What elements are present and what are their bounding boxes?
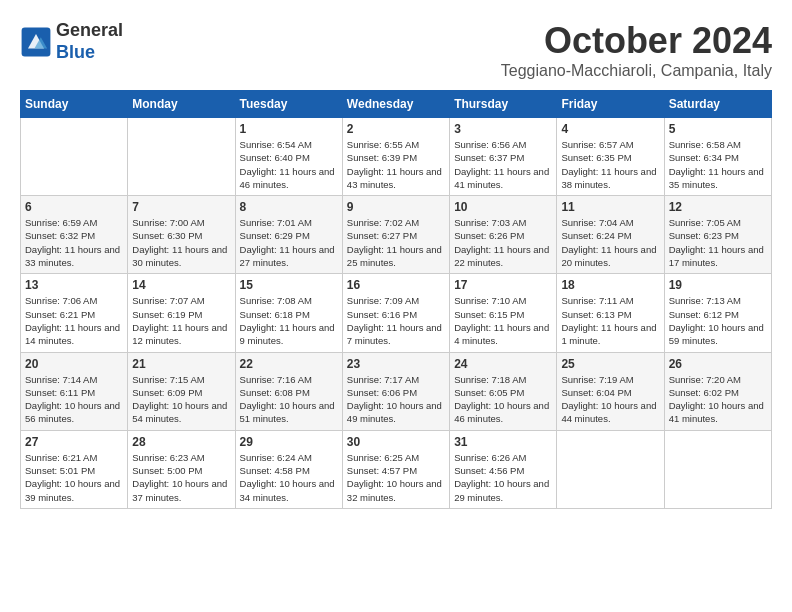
calendar-cell — [21, 118, 128, 196]
day-number: 18 — [561, 278, 659, 292]
day-info: Sunrise: 7:18 AM Sunset: 6:05 PM Dayligh… — [454, 373, 552, 426]
calendar-header-friday: Friday — [557, 91, 664, 118]
day-number: 14 — [132, 278, 230, 292]
calendar-cell: 26Sunrise: 7:20 AM Sunset: 6:02 PM Dayli… — [664, 352, 771, 430]
day-info: Sunrise: 7:05 AM Sunset: 6:23 PM Dayligh… — [669, 216, 767, 269]
day-number: 4 — [561, 122, 659, 136]
calendar-week-1: 1Sunrise: 6:54 AM Sunset: 6:40 PM Daylig… — [21, 118, 772, 196]
day-info: Sunrise: 6:54 AM Sunset: 6:40 PM Dayligh… — [240, 138, 338, 191]
calendar-cell — [664, 430, 771, 508]
day-info: Sunrise: 6:23 AM Sunset: 5:00 PM Dayligh… — [132, 451, 230, 504]
calendar-header-row: SundayMondayTuesdayWednesdayThursdayFrid… — [21, 91, 772, 118]
day-info: Sunrise: 7:07 AM Sunset: 6:19 PM Dayligh… — [132, 294, 230, 347]
day-number: 20 — [25, 357, 123, 371]
calendar-cell: 22Sunrise: 7:16 AM Sunset: 6:08 PM Dayli… — [235, 352, 342, 430]
day-info: Sunrise: 6:55 AM Sunset: 6:39 PM Dayligh… — [347, 138, 445, 191]
calendar-cell: 7Sunrise: 7:00 AM Sunset: 6:30 PM Daylig… — [128, 196, 235, 274]
calendar-cell: 8Sunrise: 7:01 AM Sunset: 6:29 PM Daylig… — [235, 196, 342, 274]
logo-icon — [20, 26, 52, 58]
day-number: 9 — [347, 200, 445, 214]
day-info: Sunrise: 7:01 AM Sunset: 6:29 PM Dayligh… — [240, 216, 338, 269]
day-info: Sunrise: 7:16 AM Sunset: 6:08 PM Dayligh… — [240, 373, 338, 426]
day-number: 23 — [347, 357, 445, 371]
day-info: Sunrise: 7:17 AM Sunset: 6:06 PM Dayligh… — [347, 373, 445, 426]
calendar-cell: 17Sunrise: 7:10 AM Sunset: 6:15 PM Dayli… — [450, 274, 557, 352]
day-number: 5 — [669, 122, 767, 136]
month-title: October 2024 — [501, 20, 772, 62]
day-number: 31 — [454, 435, 552, 449]
day-info: Sunrise: 7:09 AM Sunset: 6:16 PM Dayligh… — [347, 294, 445, 347]
day-info: Sunrise: 7:15 AM Sunset: 6:09 PM Dayligh… — [132, 373, 230, 426]
day-number: 26 — [669, 357, 767, 371]
calendar-week-5: 27Sunrise: 6:21 AM Sunset: 5:01 PM Dayli… — [21, 430, 772, 508]
calendar-header-saturday: Saturday — [664, 91, 771, 118]
day-number: 8 — [240, 200, 338, 214]
day-info: Sunrise: 6:21 AM Sunset: 5:01 PM Dayligh… — [25, 451, 123, 504]
day-number: 22 — [240, 357, 338, 371]
day-number: 1 — [240, 122, 338, 136]
calendar-cell: 6Sunrise: 6:59 AM Sunset: 6:32 PM Daylig… — [21, 196, 128, 274]
calendar-header-wednesday: Wednesday — [342, 91, 449, 118]
calendar-table: SundayMondayTuesdayWednesdayThursdayFrid… — [20, 90, 772, 509]
calendar-cell: 21Sunrise: 7:15 AM Sunset: 6:09 PM Dayli… — [128, 352, 235, 430]
logo-line2: Blue — [56, 42, 123, 64]
day-info: Sunrise: 6:59 AM Sunset: 6:32 PM Dayligh… — [25, 216, 123, 269]
calendar-cell: 31Sunrise: 6:26 AM Sunset: 4:56 PM Dayli… — [450, 430, 557, 508]
calendar-cell: 12Sunrise: 7:05 AM Sunset: 6:23 PM Dayli… — [664, 196, 771, 274]
calendar-cell: 1Sunrise: 6:54 AM Sunset: 6:40 PM Daylig… — [235, 118, 342, 196]
calendar-cell: 18Sunrise: 7:11 AM Sunset: 6:13 PM Dayli… — [557, 274, 664, 352]
calendar-cell: 16Sunrise: 7:09 AM Sunset: 6:16 PM Dayli… — [342, 274, 449, 352]
day-info: Sunrise: 6:57 AM Sunset: 6:35 PM Dayligh… — [561, 138, 659, 191]
day-number: 3 — [454, 122, 552, 136]
calendar-cell: 29Sunrise: 6:24 AM Sunset: 4:58 PM Dayli… — [235, 430, 342, 508]
day-info: Sunrise: 6:58 AM Sunset: 6:34 PM Dayligh… — [669, 138, 767, 191]
logo-line1: General — [56, 20, 123, 42]
calendar-cell: 3Sunrise: 6:56 AM Sunset: 6:37 PM Daylig… — [450, 118, 557, 196]
day-number: 2 — [347, 122, 445, 136]
day-info: Sunrise: 7:08 AM Sunset: 6:18 PM Dayligh… — [240, 294, 338, 347]
day-number: 21 — [132, 357, 230, 371]
calendar-week-2: 6Sunrise: 6:59 AM Sunset: 6:32 PM Daylig… — [21, 196, 772, 274]
calendar-cell: 10Sunrise: 7:03 AM Sunset: 6:26 PM Dayli… — [450, 196, 557, 274]
calendar-cell: 14Sunrise: 7:07 AM Sunset: 6:19 PM Dayli… — [128, 274, 235, 352]
calendar-cell: 15Sunrise: 7:08 AM Sunset: 6:18 PM Dayli… — [235, 274, 342, 352]
day-number: 15 — [240, 278, 338, 292]
calendar-cell — [557, 430, 664, 508]
day-number: 30 — [347, 435, 445, 449]
calendar-cell: 9Sunrise: 7:02 AM Sunset: 6:27 PM Daylig… — [342, 196, 449, 274]
day-info: Sunrise: 6:25 AM Sunset: 4:57 PM Dayligh… — [347, 451, 445, 504]
calendar-cell: 13Sunrise: 7:06 AM Sunset: 6:21 PM Dayli… — [21, 274, 128, 352]
day-number: 11 — [561, 200, 659, 214]
calendar-header-tuesday: Tuesday — [235, 91, 342, 118]
title-section: October 2024 Teggiano-Macchiaroli, Campa… — [501, 20, 772, 80]
day-number: 29 — [240, 435, 338, 449]
day-info: Sunrise: 7:11 AM Sunset: 6:13 PM Dayligh… — [561, 294, 659, 347]
day-number: 13 — [25, 278, 123, 292]
day-info: Sunrise: 7:03 AM Sunset: 6:26 PM Dayligh… — [454, 216, 552, 269]
calendar-week-3: 13Sunrise: 7:06 AM Sunset: 6:21 PM Dayli… — [21, 274, 772, 352]
calendar-cell: 4Sunrise: 6:57 AM Sunset: 6:35 PM Daylig… — [557, 118, 664, 196]
calendar-header-sunday: Sunday — [21, 91, 128, 118]
day-info: Sunrise: 7:14 AM Sunset: 6:11 PM Dayligh… — [25, 373, 123, 426]
calendar-cell: 19Sunrise: 7:13 AM Sunset: 6:12 PM Dayli… — [664, 274, 771, 352]
day-info: Sunrise: 6:26 AM Sunset: 4:56 PM Dayligh… — [454, 451, 552, 504]
day-number: 27 — [25, 435, 123, 449]
calendar-cell: 25Sunrise: 7:19 AM Sunset: 6:04 PM Dayli… — [557, 352, 664, 430]
day-info: Sunrise: 7:10 AM Sunset: 6:15 PM Dayligh… — [454, 294, 552, 347]
calendar-cell: 20Sunrise: 7:14 AM Sunset: 6:11 PM Dayli… — [21, 352, 128, 430]
day-info: Sunrise: 7:19 AM Sunset: 6:04 PM Dayligh… — [561, 373, 659, 426]
logo: General Blue — [20, 20, 123, 63]
day-info: Sunrise: 7:20 AM Sunset: 6:02 PM Dayligh… — [669, 373, 767, 426]
calendar-cell: 27Sunrise: 6:21 AM Sunset: 5:01 PM Dayli… — [21, 430, 128, 508]
day-number: 19 — [669, 278, 767, 292]
day-number: 28 — [132, 435, 230, 449]
day-info: Sunrise: 7:00 AM Sunset: 6:30 PM Dayligh… — [132, 216, 230, 269]
calendar-cell: 11Sunrise: 7:04 AM Sunset: 6:24 PM Dayli… — [557, 196, 664, 274]
day-number: 10 — [454, 200, 552, 214]
calendar-cell: 2Sunrise: 6:55 AM Sunset: 6:39 PM Daylig… — [342, 118, 449, 196]
calendar-header-monday: Monday — [128, 91, 235, 118]
day-info: Sunrise: 7:04 AM Sunset: 6:24 PM Dayligh… — [561, 216, 659, 269]
calendar-body: 1Sunrise: 6:54 AM Sunset: 6:40 PM Daylig… — [21, 118, 772, 509]
calendar-cell: 28Sunrise: 6:23 AM Sunset: 5:00 PM Dayli… — [128, 430, 235, 508]
day-info: Sunrise: 7:13 AM Sunset: 6:12 PM Dayligh… — [669, 294, 767, 347]
